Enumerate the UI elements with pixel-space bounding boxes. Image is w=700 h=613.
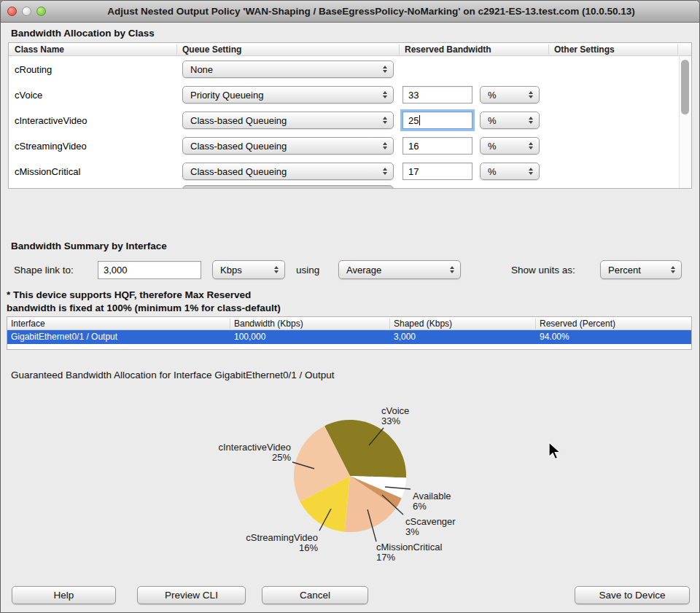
interface-table-row-selected[interactable]: GigabitEthernet0/1 / Output 100,000 3,00… [7,330,691,344]
column-header-queue-setting: Queue Setting [182,43,241,56]
queue-setting-select-cinteractivevideo[interactable]: Class-based Queueing [182,112,394,129]
unit-value: % [488,115,497,126]
interface-table-header: Interface Bandwidth (Kbps) Shaped (Kbps)… [7,317,691,330]
queue-setting-select-crouting[interactable]: None [182,60,394,78]
stepper-arrows-icon [450,266,454,273]
queue-setting-value: None [190,64,213,75]
titlebar: Adjust Nested Output Policy 'WAN-Shaping… [1,1,699,23]
dialog-window: Adjust Nested Output Policy 'WAN-Shaping… [0,0,700,613]
pie-slice-percent: 3% [405,526,419,537]
column-divider [176,44,177,55]
stepper-arrows-icon [383,168,387,175]
pie-slice-label: cScavenger [405,516,456,527]
reserved-bandwidth-input-cvoice[interactable]: 33 [402,86,472,104]
column-divider [399,44,400,55]
cell-reserved: 94.00% [540,330,569,344]
stepper-arrows-icon [383,142,387,149]
unit-value: % [488,90,497,101]
queue-setting-select-cvoice[interactable]: Priority Queueing [182,86,394,104]
queue-setting-value: Class-based Queueing [190,141,287,152]
stepper-arrows-icon [383,117,387,124]
pie-slice-label: Available [413,491,451,501]
unit-value: % [488,141,497,152]
show-units-select[interactable]: Percent [600,260,682,279]
column-divider [230,319,230,329]
chart-title: Guaranteed Bandwidth Allocation for Inte… [11,367,335,382]
stepper-arrows-icon [529,91,533,98]
window-title: Adjust Nested Output Policy 'WAN-Shaping… [49,1,693,23]
cell-shaped: 3,000 [394,330,416,344]
queue-setting-value: Priority Queueing [190,90,263,101]
column-header-other-settings: Other Settings [554,43,615,56]
stepper-arrows-icon [274,266,279,273]
mouse-cursor-icon [546,441,565,463]
hqf-note-line1: * This device supports HQF, therefore Ma… [7,289,251,300]
unit-select-cstreamingvideo[interactable]: % [480,137,540,155]
shaping-method-select[interactable]: Average [338,260,461,279]
pie-slice-percent: 6% [413,501,427,512]
class-name-crouting: cRouting [15,60,52,78]
scrollbar-thumb[interactable] [681,60,689,114]
class-name-cstreamingvideo: cStreamingVideo [15,137,87,155]
class-name-cmissioncritical: cMissionCritical [15,163,80,180]
help-button[interactable]: Help [12,586,116,604]
queue-setting-value: Class-based Queueing [190,166,287,177]
hqf-note-line2: bandwidth is fixed at 100% (minimum 1% f… [7,302,281,313]
column-header-reserved: Reserved (Percent) [540,317,615,330]
reserved-bandwidth-value: 25 [408,115,419,126]
minimize-icon[interactable] [22,7,31,16]
zoom-icon[interactable] [36,7,46,16]
shaping-method-value: Average [346,265,381,276]
unit-select-cinteractivevideo[interactable]: % [480,112,540,129]
stepper-arrows-icon [529,168,533,175]
shape-link-input[interactable]: 3,000 [98,261,201,279]
cell-interface: GigabitEthernet0/1 / Output [11,330,117,344]
reserved-bandwidth-input-cstreamingvideo[interactable]: 16 [402,137,472,155]
pie-slice-label: cVoice [381,405,409,416]
stepper-arrows-icon [383,66,387,73]
show-units-value: Percent [608,265,641,276]
close-icon[interactable] [7,7,17,16]
pie-slice-label: cInteractiveVideo [219,442,292,453]
class-table-header: Class Name Queue Setting Reserved Bandwi… [9,43,691,56]
column-header-shaped: Shaped (Kbps) [394,317,452,330]
queue-setting-select-cmissioncritical[interactable]: Class-based Queueing [182,163,394,180]
reserved-bandwidth-input-cmissioncritical[interactable]: 17 [402,163,472,180]
section-title-bandwidth-allocation: Bandwidth Allocation by Class [11,28,155,39]
stepper-arrows-icon [529,142,533,149]
shape-unit-select[interactable]: Kbps [212,260,285,279]
reserved-bandwidth-value: 16 [408,141,419,152]
pie-slice-percent: 25% [272,452,291,463]
preview-cli-button[interactable]: Preview CLI [137,586,246,604]
cell-bandwidth: 100,000 [234,330,265,344]
class-table-scrollbar[interactable] [679,56,691,189]
column-divider [677,44,678,55]
shape-link-label: Shape link to: [14,261,74,279]
column-header-reserved-bandwidth: Reserved Bandwidth [405,43,491,56]
bandwidth-pie-chart: cVoice33%cInteractiveVideo25%cStreamingV… [176,398,511,577]
pie-slice-percent: 17% [376,552,395,563]
shape-unit-value: Kbps [220,265,242,276]
reserved-bandwidth-value: 17 [408,166,419,177]
save-to-device-button[interactable]: Save to Device [575,586,690,604]
partial-queue-setting-select [182,185,394,189]
class-table: Class Name Queue Setting Reserved Bandwi… [8,42,692,189]
column-divider [548,44,549,55]
unit-select-cmissioncritical[interactable]: % [480,163,540,180]
unit-value: % [488,166,497,177]
column-divider [535,319,536,329]
class-name-cinteractivevideo: cInteractiveVideo [15,112,88,129]
pie-chart-svg: cVoice33%cInteractiveVideo25%cStreamingV… [176,398,511,577]
unit-select-cvoice[interactable]: % [480,86,540,104]
column-header-class-name: Class Name [15,43,64,56]
reserved-bandwidth-value: 33 [408,90,419,101]
pie-slice-percent: 33% [381,415,400,426]
column-divider [389,319,390,329]
cancel-button[interactable]: Cancel [262,586,368,604]
interface-summary-table: Interface Bandwidth (Kbps) Shaped (Kbps)… [7,316,692,350]
pie-slice-percent: 16% [299,542,318,553]
queue-setting-select-cstreamingvideo[interactable]: Class-based Queueing [182,137,394,155]
reserved-bandwidth-input-cinteractivevideo[interactable]: 25 [402,112,472,129]
queue-setting-value: Class-based Queueing [190,115,287,126]
column-header-interface: Interface [11,317,45,330]
